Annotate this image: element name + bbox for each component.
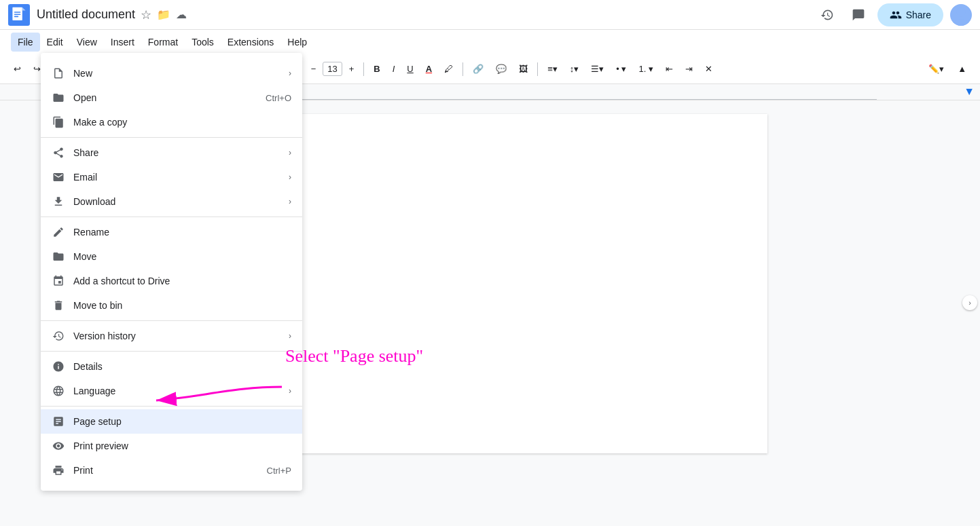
star-icon[interactable]: ☆ [141,7,151,22]
menu-extensions[interactable]: Extensions [221,33,280,52]
dd-download-arrow: › [289,197,291,206]
align-btn[interactable]: ≡▾ [542,61,563,77]
doc-title[interactable]: Untitled document [37,7,135,22]
menu-view[interactable]: View [70,33,104,52]
language-icon [52,384,65,398]
fontsize-increase[interactable]: + [344,61,360,77]
comment-btn[interactable] [846,3,871,27]
clear-format-btn[interactable]: ✕ [700,61,718,77]
share-button[interactable]: Share [877,3,943,26]
italic-btn[interactable]: I [387,61,401,77]
dd-move-to-bin[interactable]: Move to bin [41,293,302,318]
trash-icon [52,299,65,312]
dd-email[interactable]: Email › [41,165,302,189]
dd-new[interactable]: New › [41,61,302,86]
dd-page-setup[interactable]: Page setup [41,409,302,434]
bullets-btn[interactable]: • ▾ [611,61,632,77]
title-bar: Untitled document ☆ 📁 ☁ Share [0,0,980,30]
bold-btn[interactable]: B [368,61,385,77]
pagesetup-icon [52,415,65,428]
dropdown-section-1: New › Open Ctrl+O Make a copy [41,58,302,138]
toolbar-right: ✏️▾ ▲ [923,61,972,77]
dd-move-label: Move [73,251,291,262]
link-btn[interactable]: 🔗 [467,61,489,77]
dd-page-setup-label: Page setup [73,416,291,427]
dd-make-copy[interactable]: Make a copy [41,110,302,134]
dd-language[interactable]: Language › [41,379,302,403]
menu-help[interactable]: Help [280,33,314,52]
dd-details-label: Details [73,361,291,372]
dd-email-arrow: › [289,172,291,182]
checklist-btn[interactable]: ☰▾ [585,61,609,77]
collapse-toolbar-btn[interactable]: ▲ [952,61,972,77]
folder-icon[interactable]: 📁 [157,8,170,21]
dd-make-copy-label: Make a copy [73,117,291,128]
menu-format[interactable]: Format [141,33,185,52]
underline-btn[interactable]: U [401,61,418,77]
cloud-icon[interactable]: ☁ [176,8,187,21]
shortcut-icon [52,274,65,288]
indent-dec-btn[interactable]: ⇤ [660,61,678,77]
svg-rect-3 [14,14,21,15]
comment-insert-btn[interactable]: 💬 [490,61,512,77]
dd-language-label: Language [73,386,289,396]
dd-open[interactable]: Open Ctrl+O [41,86,302,110]
dd-new-arrow: › [289,69,291,78]
menu-edit[interactable]: Edit [40,33,70,52]
menu-tools[interactable]: Tools [185,33,221,52]
scroll-right-btn[interactable]: › [962,295,977,310]
dd-share[interactable]: Share › [41,140,302,165]
ruler-collapse-btn[interactable]: ▼ [964,86,975,98]
print-preview-icon [52,439,65,453]
dd-add-shortcut[interactable]: Add a shortcut to Drive [41,269,302,293]
email-icon [52,170,65,184]
fontsize-input[interactable]: 13 [323,62,342,76]
docs-icon [8,4,30,26]
indent-inc-btn[interactable]: ⇥ [680,61,698,77]
file-dropdown-menu: New › Open Ctrl+O Make a copy Share › [41,53,302,491]
dd-details[interactable]: Details [41,354,302,379]
dd-open-shortcut: Ctrl+O [266,93,291,103]
dd-move-to-bin-label: Move to bin [73,300,291,311]
fontsize-decrease[interactable]: − [306,61,322,77]
dd-share-arrow: › [289,148,291,157]
copy-icon [52,115,65,129]
dd-download-label: Download [73,196,289,207]
svg-point-5 [956,7,966,17]
dd-version-history-arrow: › [289,331,291,341]
numbered-btn[interactable]: 1. ▾ [633,61,658,77]
dd-move[interactable]: Move [41,244,302,269]
rename-icon [52,225,65,239]
text-color-btn[interactable]: A [420,61,437,77]
undo-btn[interactable]: ↩ [8,61,26,77]
toolbar-sep-7 [537,62,538,76]
dd-email-label: Email [73,172,289,183]
highlight-btn[interactable]: 🖊 [439,61,458,77]
image-btn[interactable]: 🖼 [513,61,533,77]
menu-bar: File Edit View Insert Format Tools Exten… [0,30,980,54]
move-icon [52,250,65,263]
dd-rename[interactable]: Rename [41,220,302,244]
dropdown-section-4: Version history › [41,321,302,352]
dd-print-preview[interactable]: Print preview [41,434,302,458]
dd-version-history[interactable]: Version history › [41,324,302,348]
pencil-btn[interactable]: ✏️▾ [923,61,949,77]
print-icon [52,464,65,477]
details-icon [52,360,65,373]
menu-file[interactable]: File [11,33,40,52]
dd-download[interactable]: Download › [41,189,302,214]
dropdown-section-6: Page setup Print preview Print Ctrl+P [41,407,302,485]
menu-insert[interactable]: Insert [104,33,141,52]
dd-open-label: Open [73,92,266,103]
version-history-btn[interactable] [815,3,839,27]
user-avatar[interactable] [950,4,972,26]
title-right: Share [815,3,972,27]
dd-language-arrow: › [289,386,291,396]
dd-share-label: Share [73,147,289,158]
dd-print-label: Print [73,465,267,476]
history-icon [52,329,65,343]
open-icon [52,91,65,105]
linespacing-btn[interactable]: ↕▾ [564,61,585,77]
dropdown-section-5: Details Language › [41,352,302,407]
dd-print[interactable]: Print Ctrl+P [41,458,302,483]
